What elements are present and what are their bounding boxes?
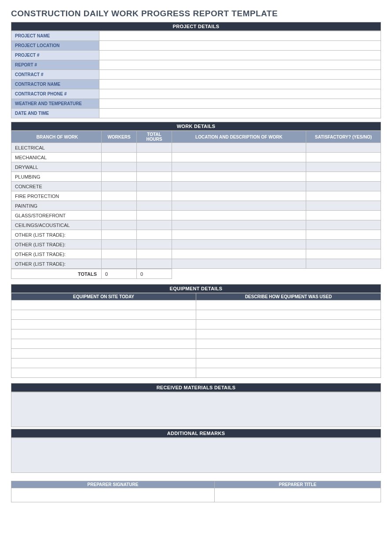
work-row: OTHER (LIST TRADE):: [11, 240, 381, 249]
work-cell-hours[interactable]: [137, 162, 172, 172]
work-cell-workers[interactable]: [102, 230, 137, 240]
col-workers: WORKERS: [102, 131, 137, 143]
col-hours: TOTAL HOURS: [137, 131, 172, 143]
work-cell-sat[interactable]: [306, 201, 381, 211]
totals-hours[interactable]: 0: [137, 269, 172, 279]
work-cell-sat[interactable]: [306, 240, 381, 249]
work-cell-sat[interactable]: [306, 182, 381, 191]
remarks-header: ADDITIONAL REMARKS: [11, 429, 381, 438]
work-cell-workers[interactable]: [102, 172, 137, 182]
equipment-onsite-cell[interactable]: [11, 320, 196, 329]
work-cell-hours[interactable]: [137, 240, 172, 249]
work-cell-hours[interactable]: [137, 191, 172, 201]
work-cell-workers[interactable]: [102, 211, 137, 220]
equipment-onsite-cell[interactable]: [11, 300, 196, 310]
equipment-usage-cell[interactable]: [196, 310, 381, 320]
work-cell-loc[interactable]: [172, 172, 306, 182]
work-cell-sat[interactable]: [306, 211, 381, 220]
work-cell-sat[interactable]: [306, 259, 381, 269]
work-cell-workers[interactable]: [102, 220, 137, 230]
work-cell-hours[interactable]: [137, 201, 172, 211]
preparer-signature-field[interactable]: [11, 488, 215, 502]
work-row: PAINTING: [11, 201, 381, 211]
work-cell-loc[interactable]: [172, 240, 306, 249]
work-cell-workers[interactable]: [102, 143, 137, 153]
work-cell-sat[interactable]: [306, 249, 381, 259]
work-cell-workers[interactable]: [102, 162, 137, 172]
work-cell-loc[interactable]: [172, 201, 306, 211]
work-cell-loc[interactable]: [172, 259, 306, 269]
work-totals-row: TOTALS 0 0: [11, 269, 381, 279]
work-cell-loc[interactable]: [172, 211, 306, 220]
work-cell-loc[interactable]: [172, 220, 306, 230]
equipment-usage-cell[interactable]: [196, 368, 381, 378]
equipment-onsite-cell[interactable]: [11, 349, 196, 358]
work-cell-branch: CONCRETE: [11, 182, 102, 191]
work-cell-hours[interactable]: [137, 220, 172, 230]
equipment-usage-cell[interactable]: [196, 329, 381, 339]
project-field-value[interactable]: [99, 89, 381, 99]
remarks-textarea[interactable]: [11, 438, 381, 473]
equipment-usage-cell[interactable]: [196, 339, 381, 349]
work-cell-workers[interactable]: [102, 182, 137, 191]
equipment-usage-cell[interactable]: [196, 320, 381, 329]
work-cell-branch: OTHER (LIST TRADE):: [11, 240, 102, 249]
work-cell-hours[interactable]: [137, 153, 172, 162]
col-branch: BRANCH OF WORK: [11, 131, 102, 143]
work-cell-sat[interactable]: [306, 172, 381, 182]
work-cell-sat[interactable]: [306, 153, 381, 162]
equipment-onsite-cell[interactable]: [11, 310, 196, 320]
work-row: CONCRETE: [11, 182, 381, 191]
equipment-onsite-cell[interactable]: [11, 339, 196, 349]
work-cell-workers[interactable]: [102, 153, 137, 162]
project-field-label: PROJECT #: [11, 51, 99, 60]
project-details-header: PROJECT DETAILS: [11, 22, 381, 31]
materials-textarea[interactable]: [11, 392, 381, 427]
work-cell-hours[interactable]: [137, 172, 172, 182]
project-field-value[interactable]: [99, 70, 381, 80]
equipment-usage-cell[interactable]: [196, 300, 381, 310]
work-cell-workers[interactable]: [102, 191, 137, 201]
work-cell-workers[interactable]: [102, 259, 137, 269]
project-field-value[interactable]: [99, 31, 381, 41]
work-cell-hours[interactable]: [137, 182, 172, 191]
work-cell-workers[interactable]: [102, 240, 137, 249]
work-cell-loc[interactable]: [172, 153, 306, 162]
totals-workers[interactable]: 0: [102, 269, 137, 279]
work-cell-hours[interactable]: [137, 249, 172, 259]
work-row: MECHANICAL: [11, 153, 381, 162]
work-cell-workers[interactable]: [102, 249, 137, 259]
work-cell-workers[interactable]: [102, 201, 137, 211]
work-cell-loc[interactable]: [172, 182, 306, 191]
preparer-title-field[interactable]: [215, 488, 381, 502]
work-cell-loc[interactable]: [172, 249, 306, 259]
project-field-value[interactable]: [99, 60, 381, 70]
work-cell-loc[interactable]: [172, 162, 306, 172]
work-cell-sat[interactable]: [306, 143, 381, 153]
work-cell-branch: OTHER (LIST TRADE):: [11, 249, 102, 259]
col-location: LOCATION AND DESCRIPTION OF WORK: [172, 131, 306, 143]
work-details-table: BRANCH OF WORK WORKERS TOTAL HOURS LOCAT…: [11, 131, 381, 269]
project-field-value[interactable]: [99, 51, 381, 60]
work-cell-loc[interactable]: [172, 230, 306, 240]
work-cell-hours[interactable]: [137, 211, 172, 220]
work-cell-sat[interactable]: [306, 220, 381, 230]
work-cell-loc[interactable]: [172, 143, 306, 153]
work-cell-sat[interactable]: [306, 162, 381, 172]
equipment-usage-cell[interactable]: [196, 358, 381, 368]
project-field-value[interactable]: [99, 99, 381, 109]
equipment-onsite-cell[interactable]: [11, 329, 196, 339]
work-cell-sat[interactable]: [306, 191, 381, 201]
project-field-value[interactable]: [99, 41, 381, 51]
work-cell-hours[interactable]: [137, 143, 172, 153]
project-field-value[interactable]: [99, 109, 381, 118]
equipment-onsite-cell[interactable]: [11, 358, 196, 368]
work-cell-hours[interactable]: [137, 230, 172, 240]
equipment-usage-cell[interactable]: [196, 349, 381, 358]
work-cell-hours[interactable]: [137, 259, 172, 269]
work-cell-sat[interactable]: [306, 230, 381, 240]
equipment-onsite-cell[interactable]: [11, 368, 196, 378]
project-field-value[interactable]: [99, 80, 381, 89]
equipment-row: [11, 339, 381, 349]
work-cell-loc[interactable]: [172, 191, 306, 201]
